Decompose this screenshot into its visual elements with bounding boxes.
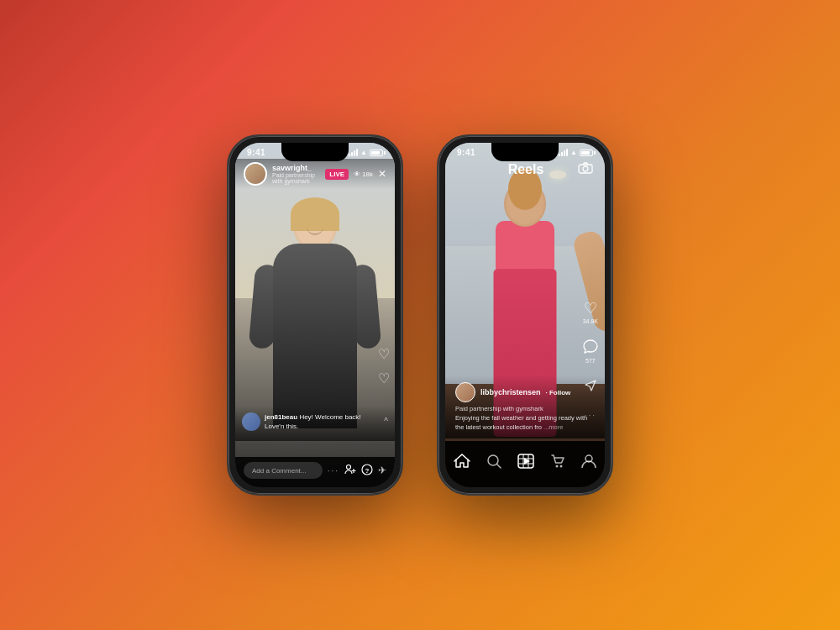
comment-input[interactable]: Add a Comment... <box>244 462 323 479</box>
follow-button[interactable]: · Follow <box>546 389 571 396</box>
nav-home[interactable] <box>454 454 470 469</box>
live-username[interactable]: savwright_ <box>272 164 320 172</box>
reels-partnership: Paid partnership with gymshark <box>455 405 595 412</box>
svg-point-6 <box>583 166 588 171</box>
signal-icon-right <box>559 149 568 156</box>
wifi-icon-right: ▲ <box>570 149 577 156</box>
svg-point-15 <box>556 465 559 467</box>
svg-point-7 <box>488 455 498 465</box>
svg-point-0 <box>347 465 351 469</box>
svg-line-8 <box>497 465 501 468</box>
reels-user-row: libbychristensen · Follow <box>455 382 595 402</box>
comment-item: jen81beau Hey! Welcome back! Love'n this… <box>242 412 388 431</box>
share-icon[interactable]: ✈ <box>378 465 386 476</box>
reels-title: Reels <box>508 162 544 177</box>
reels-creator-avatar[interactable] <box>455 382 475 402</box>
live-user-info: savwright_ Paid partnership with gymshar… <box>272 164 320 184</box>
nav-search[interactable] <box>486 454 501 469</box>
comments-overlay: jen81beau Hey! Welcome back! Love'n this… <box>235 406 395 441</box>
live-user-avatar[interactable] <box>244 162 267 186</box>
comment-text: jen81beau Hey! Welcome back! Love'n this… <box>265 412 380 431</box>
live-badge: LIVE <box>325 169 349 180</box>
like-button[interactable]: ♡ 34.8K <box>583 299 598 324</box>
chevron-up-icon[interactable]: ^ <box>384 417 388 426</box>
heart-icon-2[interactable]: ♡ <box>378 370 390 386</box>
side-hearts: ♡ ♡ <box>378 346 390 386</box>
status-icons-left: ▲ <box>349 149 383 156</box>
more-options-button[interactable]: ··· <box>328 466 339 475</box>
signal-icon <box>349 149 358 156</box>
wifi-icon: ▲ <box>360 149 367 156</box>
reels-phone: 9:41 ▲ Reels <box>437 134 613 496</box>
camera-icon[interactable] <box>578 162 593 177</box>
heart-icon-1[interactable]: ♡ <box>378 346 390 362</box>
live-viewers: 👁 18k <box>354 171 373 178</box>
live-partnership: Paid partnership with gymshark <box>272 172 320 184</box>
commenter-avatar <box>242 412 260 431</box>
nav-profile[interactable] <box>581 454 596 469</box>
nav-shop[interactable] <box>550 454 565 469</box>
reels-username[interactable]: libbychristensen <box>480 388 541 396</box>
more-link[interactable]: ...more <box>543 423 563 431</box>
comment-button[interactable]: 577 <box>583 339 598 364</box>
nav-reels[interactable] <box>517 454 534 469</box>
svg-text:?: ? <box>365 467 370 475</box>
svg-point-16 <box>560 465 563 467</box>
reels-bottom-nav <box>445 441 605 487</box>
status-time-left: 9:41 <box>247 148 265 157</box>
battery-icon-right <box>580 150 593 156</box>
reels-caption: Enjoying the fall weather and getting re… <box>455 414 595 432</box>
battery-icon <box>370 150 383 156</box>
live-bottom-bar: Add a Comment... ··· ? ✈ <box>235 457 395 487</box>
question-icon[interactable]: ? <box>361 464 373 478</box>
status-time-right: 9:41 <box>457 148 475 157</box>
add-people-icon[interactable] <box>344 464 356 478</box>
close-button[interactable]: ✕ <box>378 168 386 180</box>
reels-overlay: libbychristensen · Follow Paid partnersh… <box>445 375 605 438</box>
live-phone: 9:41 ▲ savwright_ Paid pa <box>227 134 403 496</box>
status-icons-right: ▲ <box>559 149 593 156</box>
